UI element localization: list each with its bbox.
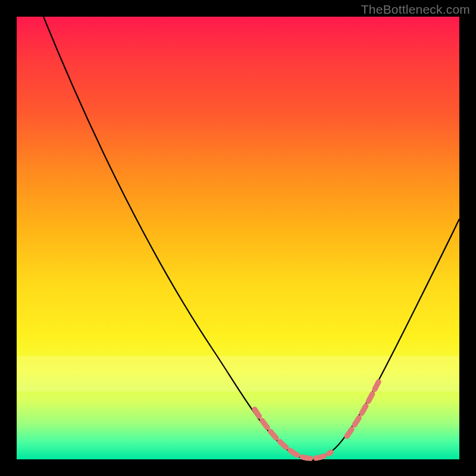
bottleneck-curve xyxy=(43,17,459,459)
salmon-segment-left xyxy=(255,409,331,458)
curve-layer xyxy=(17,17,459,459)
salmon-segment-right xyxy=(347,377,381,436)
plot-area xyxy=(17,17,459,459)
chart-frame: TheBottleneck.com xyxy=(0,0,476,476)
watermark-text: TheBottleneck.com xyxy=(361,2,470,17)
